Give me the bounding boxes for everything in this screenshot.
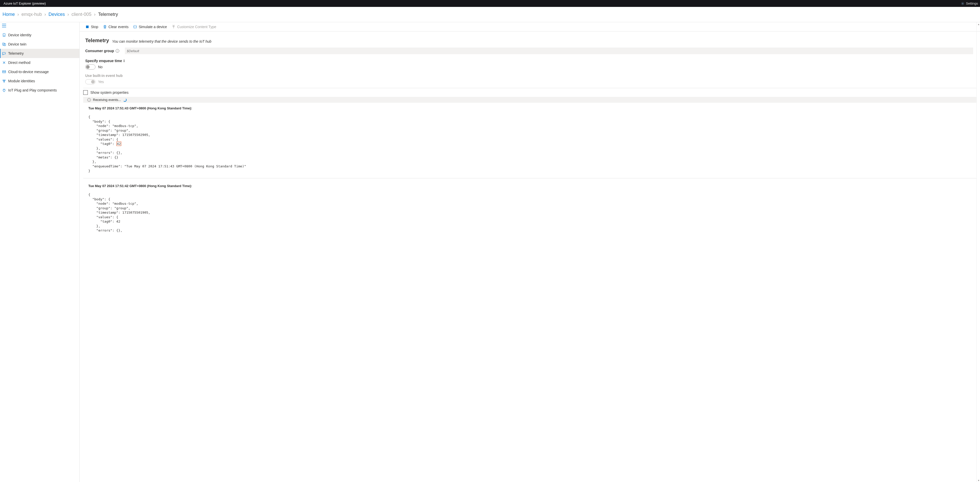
sidebar-item-label: IoT Plug and Play components	[8, 88, 57, 92]
stop-icon	[85, 25, 89, 29]
event-separator	[83, 178, 977, 179]
gear-icon	[961, 2, 964, 5]
event-hub-value: Yes	[98, 80, 104, 84]
breadcrumb: Home › emqx-hub › Devices › client-005 ›…	[0, 7, 980, 22]
stop-label: Stop	[91, 25, 98, 29]
customize-content-type-button: Customize Content Type	[172, 25, 216, 29]
svg-point-7	[4, 80, 5, 81]
app-title: Azure IoT Explorer (preview)	[2, 2, 46, 5]
sidebar-item-device-twin[interactable]: Device twin	[0, 40, 80, 49]
svg-rect-9	[86, 26, 89, 28]
chevron-right-icon: ›	[18, 12, 19, 17]
sidebar-item-direct-method[interactable]: Direct method	[0, 58, 80, 67]
svg-rect-1	[3, 34, 5, 37]
consumer-group-input[interactable]	[125, 48, 973, 54]
breadcrumb-hub[interactable]: emqx-hub	[21, 12, 42, 17]
show-system-properties-label: Show system properties	[91, 91, 129, 94]
svg-point-6	[3, 80, 4, 81]
content-scroll[interactable]: Telemetry You can monitor telemetry that…	[80, 32, 980, 482]
trash-icon	[103, 25, 107, 29]
upload-icon	[172, 25, 176, 29]
spinner-icon	[123, 98, 127, 102]
event-timestamp: Tue May 07 2024 17:51:43 GMT+0800 (Hong …	[88, 106, 971, 110]
hamburger-button[interactable]	[0, 22, 80, 29]
svg-rect-4	[4, 43, 6, 46]
event-hub-toggle	[85, 79, 95, 85]
telemetry-icon	[2, 51, 6, 56]
breadcrumb-devices[interactable]: Devices	[48, 12, 65, 17]
scroll-up-icon[interactable]: ▴	[977, 22, 980, 26]
status-bar: i Receiving events...	[83, 97, 977, 103]
sidebar-item-pnp[interactable]: IoT Plug and Play components	[0, 86, 80, 95]
enqueue-time-label: Specify enqueue time i	[85, 59, 124, 63]
simulate-label: Simulate a device	[138, 25, 167, 29]
settings-button[interactable]: Settings	[961, 2, 978, 5]
event-body: { "body": { "node": "modbus-tcp", "group…	[88, 192, 971, 233]
svg-rect-3	[3, 43, 4, 45]
direct-method-icon	[2, 61, 6, 65]
sidebar-item-label: Device identity	[8, 33, 32, 37]
sidebar-item-label: Telemetry	[8, 51, 24, 56]
sidebar-item-telemetry[interactable]: Telemetry	[0, 49, 80, 58]
device-identity-icon	[2, 33, 6, 37]
clear-label: Clear events	[108, 25, 129, 29]
sidebar-item-c2d[interactable]: Cloud-to-device message	[0, 67, 80, 77]
braces-icon	[133, 25, 137, 29]
chevron-right-icon: ›	[45, 12, 46, 17]
telemetry-event: Tue May 07 2024 17:51:42 GMT+0800 (Hong …	[80, 180, 980, 236]
svg-point-0	[962, 3, 963, 4]
stop-button[interactable]: Stop	[85, 25, 98, 29]
simulate-device-button[interactable]: Simulate a device	[133, 25, 167, 29]
sidebar-item-label: Direct method	[8, 61, 30, 65]
sidebar: Device identity Device twin Telemetry Di…	[0, 22, 80, 482]
event-hub-label: Use built-in event hub	[85, 73, 123, 78]
main-area: Stop Clear events Simulate a device Cust…	[80, 22, 980, 482]
sidebar-item-modules[interactable]: Module identities	[0, 77, 80, 86]
enqueue-time-toggle[interactable]	[85, 64, 95, 70]
info-icon[interactable]: i	[124, 59, 124, 63]
event-body: { "body": { "node": "modbus-tcp", "group…	[88, 115, 971, 173]
title-bar: Azure IoT Explorer (preview) Settings	[0, 0, 980, 7]
vertical-scrollbar[interactable]: ▴ ▾	[977, 22, 980, 482]
command-bar: Stop Clear events Simulate a device Cust…	[80, 22, 980, 32]
page-title: Telemetry	[85, 38, 109, 43]
breadcrumb-home[interactable]: Home	[3, 12, 15, 17]
info-icon: i	[87, 98, 91, 102]
sidebar-item-label: Module identities	[8, 79, 35, 83]
hamburger-icon	[2, 24, 6, 27]
chevron-right-icon: ›	[67, 12, 69, 17]
settings-label: Settings	[966, 2, 978, 5]
highlighted-value: 42	[116, 142, 121, 146]
status-text: Receiving events...	[93, 98, 121, 102]
enqueue-time-value: No	[98, 65, 103, 69]
scroll-down-icon[interactable]: ▾	[977, 479, 980, 482]
clear-events-button[interactable]: Clear events	[103, 25, 129, 29]
info-icon[interactable]: i	[116, 49, 119, 53]
plug-icon	[2, 88, 6, 92]
telemetry-event: Tue May 07 2024 17:51:43 GMT+0800 (Hong …	[80, 103, 980, 176]
customize-label: Customize Content Type	[177, 25, 216, 29]
sidebar-item-label: Device twin	[8, 42, 27, 46]
breadcrumb-page: Telemetry	[98, 12, 118, 17]
chevron-right-icon: ›	[94, 12, 95, 17]
sidebar-item-device-identity[interactable]: Device identity	[0, 30, 80, 40]
modules-icon	[2, 79, 6, 83]
page-subtitle: You can monitor telemetry that the devic…	[112, 39, 212, 43]
sidebar-item-label: Cloud-to-device message	[8, 70, 49, 74]
envelope-icon	[2, 70, 6, 74]
show-system-properties-checkbox[interactable]	[83, 90, 88, 95]
breadcrumb-device[interactable]: client-005	[72, 12, 91, 17]
consumer-group-label: Consumer group i	[85, 49, 119, 53]
svg-point-8	[3, 81, 5, 82]
device-twin-icon	[2, 42, 6, 46]
event-timestamp: Tue May 07 2024 17:51:42 GMT+0800 (Hong …	[88, 184, 971, 188]
